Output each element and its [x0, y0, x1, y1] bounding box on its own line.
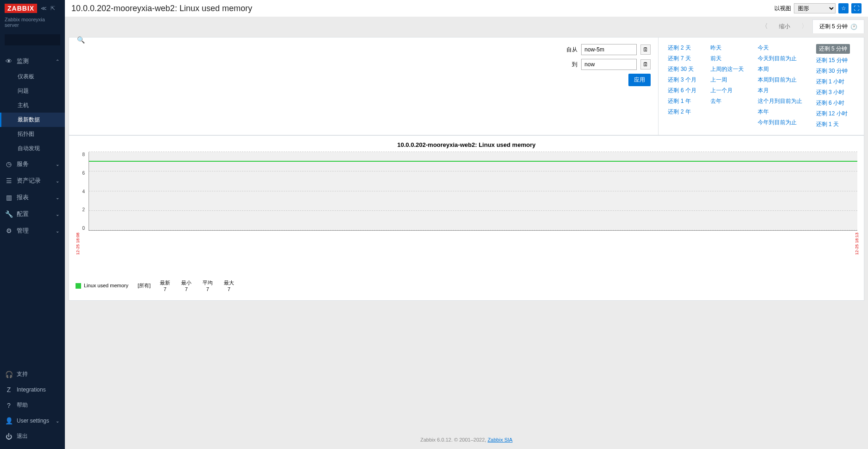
- nav-label: 报表: [17, 193, 29, 202]
- preset-link[interactable]: 这个月到目前为止: [758, 97, 802, 105]
- collapse-icon[interactable]: ≪: [41, 5, 47, 12]
- y-tick: 6: [76, 171, 85, 176]
- prev-button[interactable]: 〈: [757, 19, 773, 33]
- preset-link[interactable]: 还剩 5 分钟: [816, 44, 850, 54]
- search-input[interactable]: [8, 37, 77, 43]
- nav-logout[interactable]: ⏻退出: [0, 428, 65, 444]
- preset-link[interactable]: 上周的这一天: [710, 65, 744, 73]
- nav-support[interactable]: 🎧支持: [0, 366, 65, 382]
- preset-link[interactable]: 上一个月: [710, 87, 744, 95]
- logo[interactable]: ZABBIX: [5, 4, 37, 13]
- clock-icon: 🕐: [850, 24, 857, 30]
- chevron-down-icon: ⌄: [56, 195, 59, 200]
- fullscreen-button[interactable]: ⛶: [851, 3, 862, 13]
- nav-sub-item[interactable]: 问题: [0, 84, 65, 98]
- x-start-label: 12-25 18:08: [76, 233, 80, 255]
- filter-form-area: 自从 🗓 到 🗓 应用: [69, 38, 658, 135]
- z-icon: Z: [6, 386, 12, 393]
- preset-link[interactable]: 今天到目前为止: [758, 55, 802, 63]
- to-calendar-button[interactable]: 🗓: [640, 59, 651, 70]
- gear-icon: ⚙: [6, 228, 12, 234]
- nav-inventory[interactable]: ☰ 资产记录 ⌄: [0, 172, 65, 189]
- from-calendar-button[interactable]: 🗓: [640, 44, 651, 55]
- clock-icon: ◷: [6, 161, 12, 167]
- stat-max-label: 最大: [224, 279, 234, 286]
- footer-link[interactable]: Zabbix SIA: [488, 437, 513, 443]
- nav-config[interactable]: 🔧 配置 ⌄: [0, 206, 65, 222]
- nav-user-settings[interactable]: 👤User settings⌄: [0, 413, 65, 428]
- y-tick: 2: [76, 207, 85, 212]
- preset-link[interactable]: 还剩 1 年: [668, 97, 696, 105]
- preset-link[interactable]: 本周: [758, 65, 802, 73]
- preset-link[interactable]: 今天: [758, 44, 802, 52]
- nav-sub-item[interactable]: 仪表板: [0, 70, 65, 84]
- preset-link[interactable]: 前天: [710, 55, 744, 63]
- nav-label: 配置: [17, 210, 29, 218]
- y-tick: 4: [76, 189, 85, 194]
- preset-link[interactable]: 昨天: [710, 44, 744, 52]
- nav-sub-item[interactable]: 拓扑图: [0, 127, 65, 141]
- preset-link[interactable]: 本月: [758, 87, 802, 95]
- search-box[interactable]: 🔍: [5, 34, 60, 45]
- footer: Zabbix 6.0.12. © 2001–2022, Zabbix SIA: [65, 430, 868, 449]
- chart-icon: ▥: [6, 194, 12, 201]
- tab-label: 还剩 5 分钟: [819, 23, 848, 31]
- view-label: 以视图: [774, 5, 791, 13]
- stat-avg-val: 7: [203, 286, 213, 292]
- chevron-down-icon: ⌄: [56, 228, 59, 234]
- preset-link[interactable]: 还剩 2 年: [668, 108, 696, 116]
- preset-link[interactable]: 去年: [710, 97, 744, 105]
- preset-link[interactable]: 还剩 6 个月: [668, 87, 696, 95]
- eye-icon: 👁: [6, 58, 12, 64]
- hide-icon[interactable]: ⇱: [51, 5, 55, 12]
- nav-sub-item[interactable]: 最新数据: [0, 113, 65, 127]
- preset-link[interactable]: 本周到目前为止: [758, 76, 802, 84]
- help-icon: ?: [6, 402, 12, 409]
- nav-integrations[interactable]: ZIntegrations: [0, 382, 65, 397]
- nav-reports[interactable]: ▥ 报表 ⌄: [0, 189, 65, 206]
- to-input[interactable]: [581, 59, 637, 70]
- from-input[interactable]: [581, 44, 637, 55]
- nav-help[interactable]: ?帮助: [0, 397, 65, 413]
- page-title: 10.0.0.202-mooreyxia-web2: Linux used me…: [71, 4, 252, 13]
- favorite-button[interactable]: ☆: [838, 3, 849, 13]
- preset-link[interactable]: 还剩 30 分钟: [816, 67, 850, 75]
- sidebar: ZABBIX ≪ ⇱ Zabbix mooreyxia server 🔍 👁 监…: [0, 0, 65, 449]
- preset-link[interactable]: 还剩 15 分钟: [816, 57, 850, 64]
- footer-text: Zabbix 6.0.12. © 2001–2022,: [420, 437, 488, 443]
- nav-sub-item[interactable]: 主机: [0, 98, 65, 113]
- nav-admin[interactable]: ⚙ 管理 ⌄: [0, 222, 65, 239]
- preset-link[interactable]: 上一周: [710, 76, 744, 84]
- nav-services[interactable]: ◷ 服务 ⌄: [0, 156, 65, 172]
- preset-link[interactable]: 还剩 1 小时: [816, 78, 850, 86]
- time-tab-active[interactable]: 还剩 5 分钟 🕐: [812, 19, 864, 33]
- nav-label: User settings: [17, 417, 49, 424]
- nav-label: 资产记录: [17, 177, 41, 185]
- preset-link[interactable]: 还剩 3 个月: [668, 76, 696, 84]
- chevron-up-icon: ⌃: [56, 59, 59, 64]
- from-label: 自从: [566, 46, 577, 54]
- view-select[interactable]: 图形: [794, 3, 836, 13]
- preset-link[interactable]: 本年: [758, 108, 802, 116]
- preset-link[interactable]: 还剩 6 小时: [816, 99, 850, 107]
- plot[interactable]: [89, 152, 857, 231]
- apply-button[interactable]: 应用: [628, 74, 651, 86]
- y-axis: 86420: [76, 152, 89, 231]
- legend-swatch: [76, 283, 81, 289]
- x-end-label: 12-25 18:13: [855, 233, 859, 255]
- preset-link[interactable]: 还剩 7 天: [668, 55, 696, 63]
- preset-link[interactable]: 今年到目前为止: [758, 119, 802, 126]
- nav-sub-item[interactable]: 自动发现: [0, 141, 65, 156]
- next-button[interactable]: 〉: [797, 19, 812, 33]
- preset-link[interactable]: 还剩 2 天: [668, 44, 696, 52]
- preset-link[interactable]: 还剩 3 小时: [816, 89, 850, 96]
- preset-link[interactable]: 还剩 1 天: [816, 120, 850, 128]
- preset-link[interactable]: 还剩 30 天: [668, 65, 696, 73]
- stat-min-val: 7: [181, 286, 191, 292]
- zoom-out-button[interactable]: 缩小: [773, 20, 797, 33]
- nav-monitoring[interactable]: 👁 监测 ⌃: [0, 53, 65, 70]
- stat-avg-label: 平均: [203, 279, 213, 286]
- search-icon[interactable]: 🔍: [77, 37, 84, 43]
- preset-link[interactable]: 还剩 12 小时: [816, 110, 850, 118]
- chevron-down-icon: ⌄: [56, 418, 59, 424]
